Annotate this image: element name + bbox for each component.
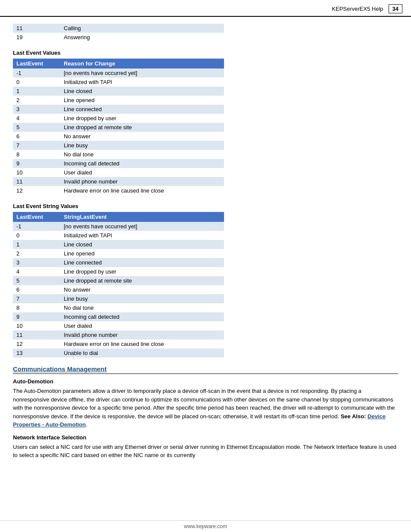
table-row: 11Invalid phone number <box>13 177 224 186</box>
table-row: -1 [no events have occurred yet] <box>13 68 224 78</box>
value-cell: User dialed <box>60 168 224 177</box>
communications-section: Communications Management Auto-Demotion … <box>13 365 398 460</box>
table-row: 8No dial tone <box>13 303 224 312</box>
value-cell: Line busy <box>60 141 224 150</box>
page-footer: www.kepware.com <box>0 520 411 532</box>
table-row: 12Hardware error on line caused line clo… <box>13 339 224 348</box>
value-cell: Invalid phone number <box>60 330 224 339</box>
footer-url: www.kepware.com <box>184 523 227 529</box>
value-cell: [no events have occurred yet] <box>60 222 224 231</box>
value-cell: No answer <box>60 132 224 141</box>
value-cell: Line dropped by user <box>60 267 224 276</box>
code-cell: 6 <box>13 132 60 141</box>
code-cell: -1 <box>13 222 60 231</box>
value-cell: Answering <box>60 33 224 42</box>
comm-heading: Communications Management <box>13 365 398 374</box>
value-cell: Line closed <box>60 240 224 249</box>
value-cell: No dial tone <box>60 150 224 159</box>
table-row: 7Line busy <box>13 294 224 303</box>
code-cell: 11 <box>13 177 60 186</box>
auto-demotion-body: The Auto-Demotion parameters allow a dri… <box>13 387 398 429</box>
value-cell: Incoming call detected <box>60 312 224 321</box>
code-cell: 8 <box>13 150 60 159</box>
auto-demotion-heading: Auto-Demotion <box>13 378 398 385</box>
code-cell: 10 <box>13 321 60 330</box>
table-row: 2Line opened <box>13 96 224 105</box>
value-cell: Initialized with TAPI <box>60 78 224 87</box>
code-cell: 19 <box>13 33 60 42</box>
code-cell: 9 <box>13 312 60 321</box>
value-cell: Line busy <box>60 294 224 303</box>
network-interface-heading: Network Interface Selection <box>13 434 398 441</box>
last-event-values-table: LastEvent Reason for Change -1 [no event… <box>13 59 224 195</box>
table-row: 5Line dropped at remote site <box>13 276 224 285</box>
code-cell: 3 <box>13 105 60 114</box>
lev-col1-header: LastEvent <box>13 59 60 68</box>
code-cell: 0 <box>13 231 60 240</box>
top-table: 11Calling19Answering <box>13 24 224 42</box>
value-cell: Unable to dial <box>60 348 224 358</box>
code-cell: 10 <box>13 168 60 177</box>
value-cell: Line connected <box>60 105 224 114</box>
value-cell: Initialized with TAPI <box>60 231 224 240</box>
table-row: 6No answer <box>13 285 224 294</box>
table-row: 5Line dropped at remote site <box>13 123 224 132</box>
table-row: 9Incoming call detected <box>13 312 224 321</box>
period: . <box>86 421 87 428</box>
page-header: KEPServerEX5 Help 34 <box>0 0 411 17</box>
table-row: 13Unable to dial <box>13 348 224 358</box>
table-row: 0Initialized with TAPI <box>13 78 224 87</box>
table-row: 4Line dropped by user <box>13 114 224 123</box>
table-row: 3Line connected <box>13 105 224 114</box>
les-col1-header: LastEvent <box>13 212 60 222</box>
table-row: 19Answering <box>13 33 224 42</box>
value-cell: No dial tone <box>60 303 224 312</box>
value-cell: No answer <box>60 285 224 294</box>
code-cell: 6 <box>13 285 60 294</box>
auto-demotion-text: The Auto-Demotion parameters allow a dri… <box>13 388 395 420</box>
code-cell: 4 <box>13 267 60 276</box>
code-cell: 3 <box>13 258 60 267</box>
code-cell: 2 <box>13 249 60 258</box>
value-cell: Line closed <box>60 87 224 96</box>
table-row: 11Invalid phone number <box>13 330 224 339</box>
code-cell: 1 <box>13 240 60 249</box>
value-cell: Hardware error on line caused line close <box>60 186 224 195</box>
table-row: 4Line dropped by user <box>13 267 224 276</box>
code-cell: 5 <box>13 276 60 285</box>
table-row: 6No answer <box>13 132 224 141</box>
network-interface-body: Users can select a NIC card for use with… <box>13 443 398 460</box>
page-number: 34 <box>389 4 402 13</box>
value-cell: Line dropped by user <box>60 114 224 123</box>
table-row: 12Hardware error on line caused line clo… <box>13 186 224 195</box>
table-row: 10User dialed <box>13 321 224 330</box>
value-cell: Hardware error on line caused line close <box>60 339 224 348</box>
last-event-values-heading: Last Event Values <box>13 50 398 56</box>
lev-col2-header: Reason for Change <box>60 59 224 68</box>
value-cell: Invalid phone number <box>60 177 224 186</box>
code-cell: 11 <box>13 330 60 339</box>
code-cell: 13 <box>13 348 60 358</box>
code-cell: 0 <box>13 78 60 87</box>
table-row: -1 [no events have occurred yet] <box>13 222 224 231</box>
main-content: 11Calling19Answering Last Event Values L… <box>0 17 411 482</box>
header-title: KEPServerEX5 Help <box>332 6 383 12</box>
table-row: 0Initialized with TAPI <box>13 231 224 240</box>
page-wrapper: KEPServerEX5 Help 34 11Calling19Answerin… <box>0 0 411 532</box>
code-cell: 9 <box>13 159 60 168</box>
table-row: 9Incoming call detected <box>13 159 224 168</box>
value-cell: Line opened <box>60 249 224 258</box>
code-cell: 4 <box>13 114 60 123</box>
table-row: 11Calling <box>13 24 224 33</box>
value-cell: User dialed <box>60 321 224 330</box>
code-cell: 12 <box>13 339 60 348</box>
value-cell: Line dropped at remote site <box>60 123 224 132</box>
table-row: 8No dial tone <box>13 150 224 159</box>
value-cell: Calling <box>60 24 224 33</box>
see-also-label: See Also: <box>341 413 367 420</box>
code-cell: 7 <box>13 294 60 303</box>
code-cell: 7 <box>13 141 60 150</box>
value-cell: Line connected <box>60 258 224 267</box>
code-cell: 2 <box>13 96 60 105</box>
value-cell: [no events have occurred yet] <box>60 68 224 78</box>
